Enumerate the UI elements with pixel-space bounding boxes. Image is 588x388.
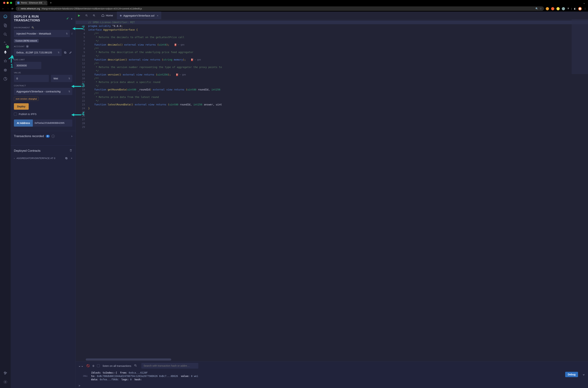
- maximize-window-icon[interactable]: [10, 2, 12, 4]
- at-address-input[interactable]: [33, 120, 72, 127]
- contract-label: CONTRACT: [11, 82, 76, 88]
- compiler-icon[interactable]: [3, 41, 8, 46]
- file-explorer-icon[interactable]: [3, 23, 8, 28]
- at-address-button[interactable]: At Address: [14, 120, 33, 127]
- chevron-right-icon[interactable]: ›: [14, 157, 15, 160]
- compile-success-badge: ✓: [6, 45, 9, 48]
- code-content[interactable]: // SPDX-License-Identifier: MITpragma so…: [87, 19, 588, 361]
- zoom-out-icon[interactable]: [83, 12, 90, 19]
- value-unit-select[interactable]: Wei: [51, 75, 72, 82]
- checkmark-icon: ✓: [66, 17, 69, 21]
- svg-line-4: [6, 35, 7, 36]
- terminal-prompt[interactable]: >: [76, 383, 588, 388]
- favicon-icon: [17, 1, 20, 4]
- zoom-in-icon[interactable]: [91, 12, 98, 19]
- evm-version-badge: evm version: shanghai: [14, 97, 39, 101]
- extensions-puzzle-icon[interactable]: ⧩: [567, 7, 569, 10]
- environment-select[interactable]: Injected Provider - MetaMask: [14, 30, 70, 37]
- add-account-icon[interactable]: +: [26, 45, 29, 48]
- search-icon[interactable]: [3, 32, 8, 37]
- terminal-output[interactable]: CALL [block: txIndex:-] from: 0x6ca...61…: [76, 370, 588, 383]
- tab-overflow-icon[interactable]: ⌄: [583, 1, 588, 5]
- plugin-manager-icon[interactable]: [3, 370, 8, 376]
- terminal-search-input[interactable]: [141, 363, 198, 369]
- listen-checkbox[interactable]: [97, 364, 100, 367]
- bookmark-icon[interactable]: ☆: [540, 7, 542, 10]
- close-icon[interactable]: ×: [71, 157, 72, 160]
- svg-rect-1: [4, 24, 6, 26]
- chrome-menu-icon[interactable]: ⋮: [584, 7, 586, 10]
- svg-line-9: [4, 62, 5, 62]
- zoom-icon[interactable]: 🔍: [536, 7, 538, 10]
- home-label: Home: [106, 14, 113, 17]
- new-tab-button[interactable]: +: [49, 1, 53, 5]
- contract-select[interactable]: AggregatorV3Interface - contracts/Ag: [14, 88, 72, 95]
- edit-account-icon[interactable]: [69, 51, 72, 54]
- environment-label: ENVIRONMENT 🔌: [11, 24, 76, 30]
- learn-eth-icon[interactable]: [3, 68, 8, 73]
- transactions-recorded-row[interactable]: Transactions recorded 0 i ›: [11, 131, 76, 141]
- horizontal-scrollbar[interactable]: [86, 359, 171, 361]
- value-label: VALUE: [11, 69, 76, 75]
- extension-icon[interactable]: [562, 7, 565, 10]
- back-button[interactable]: ←: [2, 7, 5, 10]
- tab-strip: Remix - Ethereum IDE × + ⌄: [0, 0, 588, 6]
- url-host: remix.ethereum.org: [21, 7, 40, 10]
- chevron-right-icon[interactable]: ›: [71, 134, 72, 138]
- info-circle-icon[interactable]: i: [51, 135, 55, 138]
- chevron-right-icon[interactable]: ›: [71, 17, 72, 21]
- close-tab-icon[interactable]: ×: [157, 14, 158, 17]
- copy-account-icon[interactable]: [63, 51, 67, 54]
- debug-button[interactable]: Debug: [565, 372, 578, 377]
- account-select[interactable]: 0x6ca...6128F (15.715198105: [14, 49, 62, 56]
- terminal-toolbar: ⌄⌄ 🚫 0 listen on all transactions: [76, 362, 588, 370]
- address-bar[interactable]: ◇ remix.ethereum.org/#lang=en&optimize=f…: [16, 6, 544, 11]
- line-gutter: 1234567891011121314151617181920212223242…: [76, 19, 87, 361]
- window-controls[interactable]: [1, 2, 14, 4]
- deploy-run-panel: DEPLOY & RUN TRANSACTIONS ✓ › ENVIRONMEN…: [11, 12, 76, 388]
- analytics-icon[interactable]: [3, 76, 8, 81]
- file-tab-active[interactable]: ◆ AggregatorV3Interface.sol ×: [117, 12, 161, 19]
- tx-recorded-label: Transactions recorded: [14, 134, 44, 138]
- search-icon[interactable]: [134, 364, 137, 367]
- value-input[interactable]: [14, 75, 49, 82]
- reload-button[interactable]: ⟳: [11, 7, 14, 10]
- site-info-icon[interactable]: ◇: [18, 7, 19, 10]
- editor-area: ▶ Home ◆ AggregatorV3Interface.sol × 123…: [76, 12, 588, 388]
- minimize-window-icon[interactable]: [7, 2, 9, 4]
- copy-icon[interactable]: [65, 156, 68, 160]
- chevron-down-icon[interactable]: ⌄: [583, 372, 585, 376]
- debugger-icon[interactable]: [3, 59, 8, 64]
- deploy-run-icon[interactable]: [3, 50, 8, 55]
- info-icon[interactable]: i: [72, 32, 72, 35]
- extension-icon[interactable]: [546, 7, 549, 10]
- browser-tab[interactable]: Remix - Ethereum IDE ×: [15, 0, 47, 5]
- listen-label: listen on all transactions: [103, 364, 131, 367]
- close-window-icon[interactable]: [3, 2, 5, 4]
- svg-line-10: [6, 62, 7, 62]
- side-panel-icon[interactable]: ◧: [574, 7, 576, 10]
- extension-icon[interactable]: [557, 7, 560, 10]
- deploy-button[interactable]: Deploy: [14, 103, 29, 110]
- remix-logo-icon[interactable]: [3, 14, 8, 19]
- collapse-terminal-icon[interactable]: ⌄⌄: [78, 364, 84, 368]
- clear-terminal-icon[interactable]: 🚫: [86, 364, 90, 367]
- svg-line-25: [136, 366, 137, 367]
- remix-app: ✓ DEPLOY & RUN TRANSACTIONS ✓ ›: [0, 12, 588, 388]
- svg-point-12: [5, 381, 6, 383]
- trash-icon[interactable]: [69, 149, 72, 153]
- panel-header: DEPLOY & RUN TRANSACTIONS ✓ ›: [11, 12, 76, 24]
- gas-limit-input[interactable]: [14, 62, 41, 69]
- settings-gear-icon[interactable]: [3, 379, 8, 385]
- run-script-icon[interactable]: ▶: [76, 12, 82, 19]
- metamask-icon[interactable]: [551, 7, 554, 10]
- publish-ipfs-checkbox[interactable]: [14, 113, 17, 116]
- forward-button[interactable]: →: [6, 7, 9, 10]
- profile-avatar[interactable]: [578, 7, 582, 10]
- svg-rect-13: [65, 52, 66, 53]
- deployed-contract-item[interactable]: › AGGREGATORV3INTERFACE AT 0 ×: [11, 155, 76, 162]
- close-tab-icon[interactable]: ×: [44, 1, 46, 4]
- home-tab[interactable]: Home: [98, 12, 116, 19]
- code-editor[interactable]: 1234567891011121314151617181920212223242…: [76, 19, 588, 361]
- plug-icon[interactable]: 🔌: [31, 26, 34, 29]
